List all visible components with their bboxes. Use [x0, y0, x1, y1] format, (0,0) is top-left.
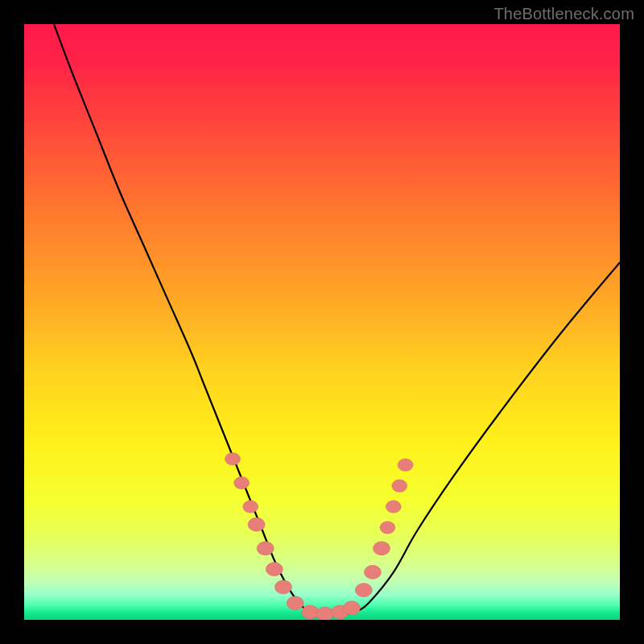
- marker-dot: [243, 501, 258, 513]
- marker-dot: [275, 580, 291, 594]
- marker-dot: [225, 453, 241, 465]
- marker-dot: [316, 607, 333, 620]
- watermark-text: TheBottleneck.com: [493, 5, 634, 23]
- chart-stage: TheBottleneck.com: [0, 0, 644, 644]
- marker-dot: [386, 501, 401, 513]
- marker-dot: [374, 542, 390, 555]
- curve-layer: [24, 24, 620, 620]
- marker-dot: [257, 542, 274, 555]
- marker-dot: [364, 565, 381, 579]
- marker-dot: [344, 601, 361, 615]
- marker-dot: [287, 597, 303, 610]
- marker-dot: [248, 518, 265, 531]
- marker-dot: [266, 563, 283, 576]
- marker-dot: [380, 522, 395, 534]
- marker-dot: [234, 477, 250, 489]
- marker-dot: [302, 605, 319, 619]
- marker-points: [225, 453, 414, 620]
- bottleneck-curve: [54, 24, 620, 615]
- plot-area: [24, 24, 620, 620]
- marker-dot: [398, 459, 413, 471]
- marker-dot: [355, 584, 372, 597]
- marker-dot: [392, 480, 407, 492]
